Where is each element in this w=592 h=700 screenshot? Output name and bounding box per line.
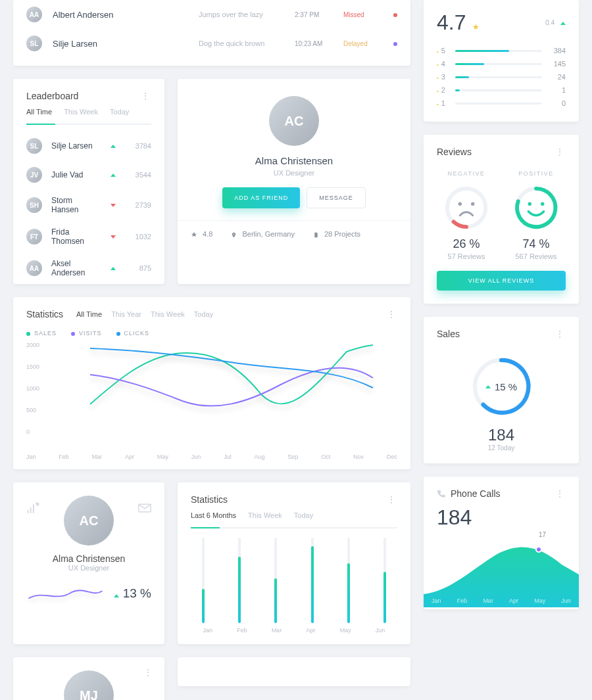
rating-row: 5 384 [437,44,566,57]
more-icon[interactable]: ⋮ [555,147,566,156]
tab-today[interactable]: Today [194,310,213,318]
statistics-title: Statistics [26,309,63,319]
trend-down-icon [111,204,116,207]
legend-visits: VISITS [79,330,102,337]
more-icon[interactable]: ⋮ [387,310,397,319]
tab-this-week[interactable]: This Week [64,108,98,116]
activity-status: Delayed [343,40,379,47]
sales-card: Sales ⋮ 15 % 184 12 Today [424,317,579,463]
activity-name: Silje Larsen [53,39,188,49]
statistics-mini-title: Statistics [191,494,228,505]
sales-donut: 15 % [468,354,534,419]
avatar: MJ [64,670,114,700]
leaderboard-score: 3784 [129,142,151,150]
more-icon[interactable]: ⋮ [555,329,566,338]
star-icon: ★ [472,22,480,32]
leaderboard-name: Storm Hansen [51,196,101,214]
tab-this-week[interactable]: This Week [248,511,282,519]
legend-clicks: CLICKS [124,330,150,337]
sales-sub: 12 Today [424,444,579,463]
rating-card: 4.7 ★ 0.4 5 384 4 145 3 24 2 1 [424,0,579,122]
more-icon[interactable]: ⋮ [555,489,566,498]
tab-all-time[interactable]: All Time [26,108,52,116]
rating-star-label: 4 [437,60,449,68]
phone-icon [437,490,445,498]
more-icon[interactable]: ⋮ [143,668,154,677]
avatar: AA [26,7,42,22]
leaderboard-title: Leaderboard [26,91,78,101]
leaderboard-row[interactable]: JV Julie Vad 3544 [13,160,164,189]
add-friend-button[interactable]: ADD AS FRIEND [222,187,300,208]
leaderboard-row[interactable]: SL Silje Larsen 3784 [13,131,164,160]
avatar: JV [26,167,42,183]
rating-row: 4 145 [437,57,566,70]
positive-pct: 74 % [506,237,566,251]
legend-sales: SALES [34,330,57,337]
trend-up-icon [111,267,116,270]
sparkline [26,585,105,603]
message-button[interactable]: MESSAGE [307,187,366,208]
phone-total: 184 [424,505,579,535]
rating-star-label: 1 [437,99,449,107]
avatar: AC [64,496,114,546]
activity-note: Dog the quick brown [199,39,284,47]
activity-time: 2:37 PM [295,11,333,18]
statistics-mini-card: Statistics ⋮ Last 6 Months This Week Tod… [178,482,410,644]
leaderboard-row[interactable]: FT Frida Thomsen 1032 [13,221,164,252]
trend-up-icon [111,145,116,148]
rating-row: 1 0 [437,97,566,110]
phone-point-label: 17 [539,531,546,538]
tab-last-6-months[interactable]: Last 6 Months [191,511,236,519]
phone-calls-card: Phone Calls ⋮ 184 17 JanFebMarAprMayJun [424,477,579,609]
activity-status: Missed [343,11,379,18]
profile-rating: 4.8 [191,230,212,239]
avatar: SL [26,35,42,51]
activity-row[interactable]: SL Silje Larsen Dog the quick brown 10:2… [13,29,410,58]
trend-down-icon [111,235,116,239]
activity-row[interactable]: AA Albert Andersen Jumps over the lazy 2… [13,0,410,29]
leaderboard-name: Silje Larsen [51,141,101,151]
negative-sub: 57 Reviews [437,252,496,260]
activity-time: 10:23 AM [295,40,333,47]
leaderboard-name: Julie Vad [51,170,101,179]
mail-icon[interactable] [138,502,151,516]
phone-area-chart [424,535,579,607]
leaderboard-name: Frida Thomsen [51,227,101,246]
person-card: ⋮ MJ Mille Jensen [13,657,164,700]
profile-role: UX Designer [191,169,397,177]
profile-location: Berlin, Germany [231,230,295,239]
rating-count: 145 [549,60,566,68]
tab-today[interactable]: Today [110,108,129,116]
activity-list: AA Albert Andersen Jumps over the lazy 2… [13,0,410,66]
doc-icon [313,231,319,239]
leaderboard-score: 3544 [129,171,151,179]
leaderboard-score: 875 [129,264,151,272]
view-all-reviews-button[interactable]: VIEW ALL REVIEWS [437,271,566,291]
more-icon[interactable]: ⋮ [141,91,151,101]
rating-count: 1 [549,86,566,94]
pin-icon [231,231,237,239]
more-icon[interactable]: ⋮ [387,495,397,504]
svg-point-5 [528,202,531,205]
leaderboard-row[interactable]: SH Storm Hansen 2739 [13,189,164,221]
mini-profile-pct: 13 % [123,586,151,600]
avatar: SH [26,197,42,213]
profile-projects: 28 Projects [313,230,360,239]
positive-label: POSITIVE [506,170,566,177]
empty-card [178,657,410,686]
rating-count: 24 [549,73,566,81]
statistics-mini-chart [178,535,410,627]
rating-count: 384 [549,47,566,55]
rating-delta: 0.4 [545,19,555,26]
activity-name: Albert Andersen [53,10,188,20]
leaderboard-row[interactable]: AA Aksel Andersen 875 [13,252,164,284]
tab-all-time[interactable]: All Time [76,310,102,318]
profile-card: AC Alma Christensen UX Designer ADD AS F… [178,79,410,284]
tab-today[interactable]: Today [294,511,313,519]
tab-this-year[interactable]: This Year [111,310,141,318]
tab-this-week[interactable]: This Week [151,310,185,318]
avatar: AA [26,260,42,276]
mini-profile-name: Alma Christensen [26,553,151,564]
statistics-card: Statistics All Time This Year This Week … [13,297,410,469]
rating-score: 4.7 [437,11,466,34]
